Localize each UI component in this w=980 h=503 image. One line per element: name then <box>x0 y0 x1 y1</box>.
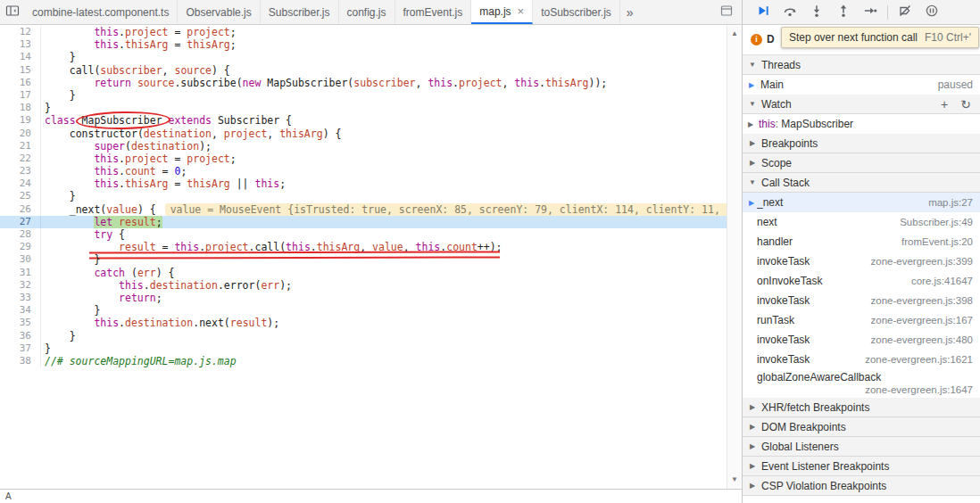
line-number[interactable]: 32 <box>0 279 41 292</box>
line-number[interactable]: 16 <box>0 77 41 89</box>
section-header-scope[interactable]: ▶Scope <box>743 153 980 173</box>
resume-button[interactable] <box>753 3 773 22</box>
call-stack-frame[interactable]: invokeTaskzone-evergreen.js:398 <box>743 291 980 310</box>
line-number[interactable]: 37 <box>0 342 41 355</box>
code-token: } <box>45 253 100 266</box>
code-token: . <box>119 26 125 38</box>
line-number[interactable]: 36 <box>0 330 41 342</box>
tab-fromEvent.js[interactable]: fromEvent.js <box>395 0 472 24</box>
section-header-callstack[interactable]: ▼Call Stack <box>743 173 980 193</box>
section-title: Breakpoints <box>761 137 975 150</box>
section-header-xhr-breakpoints[interactable]: ▶XHR/fetch Breakpoints <box>743 398 980 417</box>
step-button[interactable] <box>860 3 880 22</box>
code-editor[interactable]: 12 this.project = project;13 this.thisAr… <box>0 26 727 489</box>
code-token <box>212 114 218 127</box>
frame-location: zone-evergreen.js:167 <box>871 315 973 326</box>
line-number[interactable]: 30 <box>0 253 41 266</box>
step-over-button[interactable] <box>780 3 800 22</box>
tab-overflow-button[interactable]: » <box>620 0 640 24</box>
code-token <box>45 26 94 38</box>
scroll-up-arrow-icon[interactable]: ▲ <box>727 29 742 37</box>
line-number[interactable]: 31 <box>0 267 41 279</box>
line-number[interactable]: 13 <box>0 38 41 51</box>
refresh-watch-icon[interactable]: ↻ <box>960 98 971 111</box>
line-number[interactable]: 22 <box>0 153 41 165</box>
line-number[interactable]: 20 <box>0 128 41 140</box>
step-into-button[interactable] <box>807 3 826 22</box>
editor-pane-button[interactable] <box>711 0 742 24</box>
code-token: thisArg <box>125 38 168 51</box>
line-number[interactable]: 24 <box>0 177 41 190</box>
code-text: catch (err) { <box>41 267 174 279</box>
watch-expression-row[interactable]: ▶this: MapSubscriber <box>743 114 980 134</box>
code-token: = <box>156 165 175 177</box>
line-number[interactable]: 28 <box>0 228 41 241</box>
line-number[interactable]: 34 <box>0 304 41 317</box>
tab-toSubscriber.js[interactable]: toSubscriber.js <box>533 0 620 24</box>
section-header-event-listener-breakpoints[interactable]: ▶Event Listener Breakpoints <box>743 457 980 476</box>
tab-label: config.js <box>347 6 386 19</box>
line-number[interactable]: 17 <box>0 89 41 102</box>
line-number[interactable]: 35 <box>0 317 41 329</box>
line-number[interactable]: 15 <box>0 64 41 77</box>
line-number[interactable]: 19 <box>0 114 41 127</box>
pause-on-exceptions-icon <box>925 4 939 21</box>
code-line-14: 14 } <box>0 51 727 63</box>
call-stack-frame[interactable]: ▶_nextmap.js:27 <box>743 193 980 212</box>
frame-function-name: onInvokeTask <box>757 275 904 287</box>
code-token: this <box>416 241 441 253</box>
expand-triangle-icon[interactable]: ▶ <box>746 120 755 128</box>
line-number[interactable]: 33 <box>0 292 41 304</box>
line-number[interactable]: 38 <box>0 355 41 367</box>
chevron-right-icon: ▶ <box>748 462 757 470</box>
scroll-down-arrow-icon[interactable]: ▼ <box>727 475 742 483</box>
tab-map.js[interactable]: map.js× <box>471 0 533 24</box>
line-number[interactable]: 21 <box>0 140 41 153</box>
code-token: class <box>45 114 76 127</box>
line-number[interactable]: 29 <box>0 241 41 253</box>
line-number[interactable]: 18 <box>0 102 41 114</box>
code-token: catch <box>94 267 125 279</box>
line-number[interactable]: 27 <box>0 216 41 228</box>
tab-label: fromEvent.js <box>403 6 463 19</box>
section-title: Watch <box>761 98 936 111</box>
code-token: return <box>94 77 131 89</box>
line-number[interactable]: 23 <box>0 165 41 177</box>
line-number[interactable]: 25 <box>0 190 41 202</box>
call-stack-frame[interactable]: globalZoneAwareCallbackzone-evergreen.js… <box>743 369 980 398</box>
call-stack-frame[interactable]: handlerfromEvent.js:20 <box>743 232 980 252</box>
code-token: super <box>94 140 125 153</box>
pause-on-exceptions-button[interactable] <box>922 3 942 22</box>
section-header-csp-breakpoints[interactable]: ▶CSP Violation Breakpoints <box>743 476 980 496</box>
line-number[interactable]: 14 <box>0 51 41 63</box>
thread-row[interactable]: ▶Mainpaused <box>743 75 980 95</box>
frame-function-name: invokeTask <box>757 255 864 268</box>
line-number[interactable]: 26 <box>0 203 41 216</box>
code-line-36: 36 } <box>0 330 727 342</box>
section-header-global-listeners[interactable]: ▶Global Listeners <box>743 437 980 457</box>
add-watch-expression-icon[interactable]: + <box>941 98 948 111</box>
line-number[interactable]: 12 <box>0 26 41 38</box>
tab-combine-latest.component.ts[interactable]: combine-latest.component.ts <box>24 0 178 24</box>
call-stack-frame[interactable]: runTaskzone-evergreen.js:167 <box>743 310 980 330</box>
call-stack-frame[interactable]: invokeTaskzone-evergreen.js:480 <box>743 330 980 350</box>
section-header-threads[interactable]: ▼Threads <box>743 55 980 75</box>
call-stack-frame[interactable]: invokeTaskzone-evergreen.js:1621 <box>743 350 980 369</box>
code-line-15: 15 call(subscriber, source) { <box>0 64 727 77</box>
tab-Observable.js[interactable]: Observable.js <box>178 0 260 24</box>
editor-scrollbar[interactable]: ▲ ▼ <box>727 26 742 489</box>
tab-config.js[interactable]: config.js <box>339 0 395 24</box>
step-out-button[interactable] <box>834 3 853 22</box>
section-header-watch[interactable]: ▼Watch+↻ <box>743 95 980 114</box>
code-token: this <box>94 26 119 38</box>
deactivate-breakpoints-button[interactable] <box>895 3 915 22</box>
tab-Subscriber.js[interactable]: Subscriber.js <box>261 0 339 24</box>
call-stack-frame[interactable]: nextSubscriber.js:49 <box>743 212 980 232</box>
call-stack-frame[interactable]: invokeTaskzone-evergreen.js:399 <box>743 252 980 271</box>
call-stack-frame[interactable]: onInvokeTaskcore.js:41647 <box>743 271 980 291</box>
section-header-dom-breakpoints[interactable]: ▶DOM Breakpoints <box>743 417 980 437</box>
close-tab-icon[interactable]: × <box>518 5 525 17</box>
console-drawer[interactable]: A <box>0 489 742 503</box>
section-header-breakpoints[interactable]: ▶Breakpoints <box>743 134 980 153</box>
toggle-navigator-button[interactable] <box>0 0 24 24</box>
